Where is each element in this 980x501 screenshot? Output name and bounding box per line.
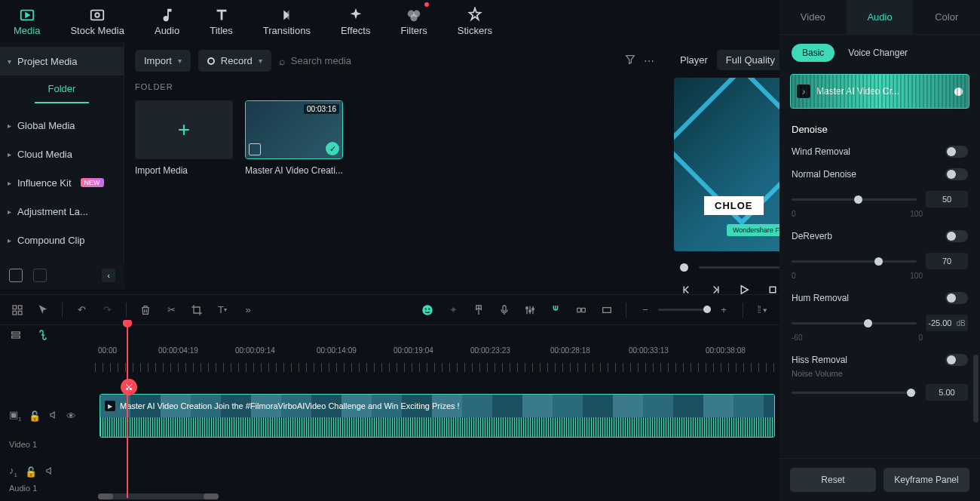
subtab-voice-changer[interactable]: Voice Changer <box>848 48 908 58</box>
nav-stickers[interactable]: Stickers <box>452 4 498 39</box>
clip-name: Master AI Video Creati... <box>245 165 343 176</box>
folder-section-label: FOLDER <box>135 82 654 91</box>
noise-slider[interactable] <box>792 392 917 394</box>
svg-point-21 <box>532 308 534 310</box>
sidebar-global-media[interactable]: ▸Global Media <box>0 111 124 140</box>
tab-video[interactable]: Video <box>779 0 847 34</box>
video-track-head: ▣1 🔓 👁 <box>0 409 95 423</box>
hiss-toggle[interactable] <box>945 354 968 366</box>
video-track: ▣1 🔓 👁 ▶ Master AI Video Creation Join t… <box>0 393 779 438</box>
video-track-icon[interactable]: ▣1 <box>9 409 21 423</box>
wind-toggle[interactable] <box>945 146 968 158</box>
audio-clip-strip[interactable]: ♪ Master AI Video Cr... <box>790 74 969 109</box>
nav-audio[interactable]: Audio <box>149 4 185 39</box>
audio-track-body[interactable] <box>95 461 779 482</box>
prop-wind: Wind Removal <box>792 146 968 158</box>
normal-toggle[interactable] <box>945 168 968 180</box>
cut-marker[interactable] <box>121 379 137 395</box>
mute-icon[interactable] <box>44 466 55 478</box>
import-media-tile[interactable]: + Import Media <box>135 100 233 176</box>
more-icon[interactable]: ⋯ <box>644 55 654 67</box>
delete-icon[interactable] <box>139 303 152 317</box>
h-scrollbar[interactable] <box>98 493 219 499</box>
search-wrap: ⌕ <box>279 55 617 67</box>
folder-tab[interactable]: Folder <box>35 75 89 103</box>
collapse-sidebar[interactable]: ‹ <box>102 269 115 282</box>
keyframe-panel-button[interactable]: Keyframe Panel <box>884 468 969 492</box>
audio-track-label: Audio 1 <box>0 482 779 494</box>
marker-icon[interactable] <box>472 303 485 317</box>
tab-color[interactable]: Color <box>913 0 980 34</box>
subtab-basic[interactable]: Basic <box>792 44 835 62</box>
record-button[interactable]: Record▾ <box>198 50 271 72</box>
cut-icon[interactable]: ✂ <box>164 303 178 317</box>
check-icon: ✓ <box>326 142 339 155</box>
sidebar-adjustment[interactable]: ▸Adjustment La... <box>0 197 124 226</box>
hum-slider[interactable] <box>792 322 917 324</box>
timeline-ruler[interactable]: 00:00 00:00:04:19 00:00:09:14 00:00:14:0… <box>0 345 779 372</box>
hum-value[interactable]: -25.00dB <box>926 315 968 331</box>
tick-marks <box>95 363 779 372</box>
reset-button[interactable]: Reset <box>790 468 876 492</box>
ai-icon[interactable] <box>421 303 434 317</box>
zoom-slider[interactable] <box>658 309 711 311</box>
media-clip[interactable]: 00:03:16 ✓ Master AI Video Creati... <box>245 100 343 176</box>
chevron-down-icon: ▾ <box>178 57 182 65</box>
filter-icon[interactable] <box>624 54 636 68</box>
hum-toggle[interactable] <box>945 292 968 304</box>
zoom-in-icon[interactable]: + <box>717 303 730 317</box>
new-folder-icon[interactable] <box>9 269 23 282</box>
visibility-icon[interactable]: 👁 <box>66 410 76 422</box>
magnet-icon[interactable] <box>549 303 562 317</box>
more-tools-icon[interactable]: » <box>241 303 255 317</box>
sidebar-compound[interactable]: ▸Compound Clip <box>0 226 124 254</box>
redo-icon[interactable]: ↷ <box>100 303 114 317</box>
clip-play-icon: ▶ <box>105 401 115 411</box>
text-tool-icon[interactable]: T▾ <box>216 303 229 317</box>
nav-effects[interactable]: Effects <box>335 4 377 39</box>
sidebar-influence-kit[interactable]: ▸Influence KitNEW <box>0 168 124 197</box>
playhead[interactable] <box>127 324 128 498</box>
mic-icon[interactable] <box>498 303 511 317</box>
crop-tool-icon[interactable] <box>190 303 204 317</box>
search-input[interactable] <box>291 55 617 66</box>
dereverb-value[interactable]: 70 <box>926 253 968 269</box>
normal-slider[interactable] <box>792 198 917 201</box>
folder-icon[interactable] <box>33 269 47 282</box>
audio-mix-icon[interactable] <box>523 303 537 317</box>
playhead-dot[interactable] <box>680 263 688 272</box>
aspect-icon[interactable] <box>600 303 614 317</box>
grid-icon[interactable] <box>11 303 24 317</box>
dereverb-slider[interactable] <box>792 260 917 263</box>
video-clip[interactable]: ▶ Master AI Video Creation Join the #Fil… <box>100 394 775 438</box>
dereverb-toggle[interactable] <box>945 230 968 242</box>
stickers-icon <box>467 7 483 23</box>
link-icon[interactable] <box>574 303 588 317</box>
lock-icon[interactable]: 🔓 <box>29 410 41 422</box>
mute-icon[interactable] <box>48 410 59 423</box>
sidebar-project-media[interactable]: ▾ Project Media <box>0 47 124 75</box>
view-options-icon[interactable]: ⦙⦙ ▾ <box>755 303 769 317</box>
nav-filters[interactable]: Filters <box>394 4 433 39</box>
track-add-icon[interactable] <box>9 328 23 342</box>
undo-icon[interactable]: ↶ <box>75 303 88 317</box>
import-button[interactable]: Import▾ <box>135 50 191 72</box>
video-track-body[interactable]: ▶ Master AI Video Creation Join the #Fil… <box>95 393 779 438</box>
pointer-icon[interactable] <box>36 303 50 317</box>
audio-track-icon[interactable]: ♪1 <box>9 465 17 478</box>
lock-icon[interactable]: 🔓 <box>25 466 37 478</box>
nav-media[interactable]: Media <box>8 4 46 39</box>
v-scrollbar[interactable] <box>973 355 978 423</box>
zoom-out-icon[interactable]: − <box>639 303 652 317</box>
settings-gear-icon[interactable]: ✦ <box>446 303 460 317</box>
timeline-subtools <box>0 325 779 345</box>
nav-titles[interactable]: Titles <box>204 4 239 39</box>
normal-value[interactable]: 50 <box>926 191 968 207</box>
noise-value[interactable]: 5.00 <box>926 384 968 401</box>
tab-audio[interactable]: Audio <box>847 0 914 34</box>
nav-transitions[interactable]: Transitions <box>257 4 317 39</box>
sidebar-cloud-media[interactable]: ▸Cloud Media <box>0 140 124 168</box>
link-tracks-icon[interactable] <box>36 328 50 342</box>
chevron-down-icon: ▾ <box>259 57 262 65</box>
nav-stock[interactable]: Stock Media <box>64 4 130 39</box>
